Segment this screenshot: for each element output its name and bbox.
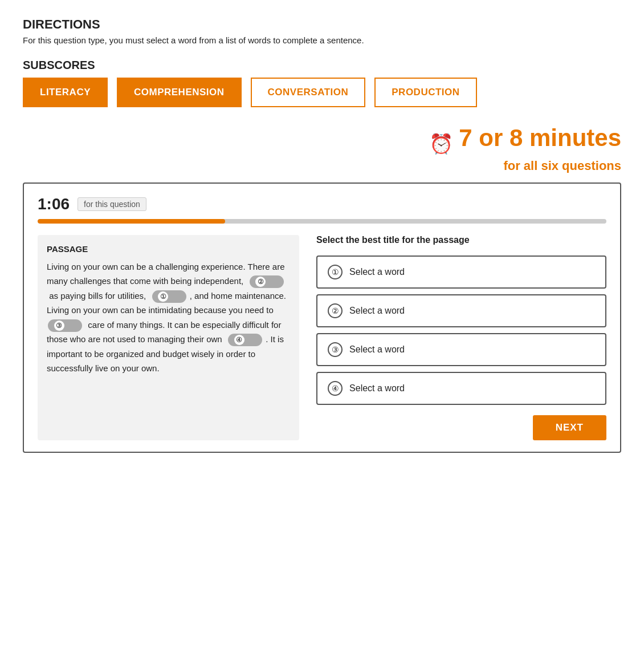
subscore-conversation[interactable]: CONVERSATION — [251, 78, 366, 107]
main-content: PASSAGE Living on your own can be a chal… — [38, 235, 606, 440]
progress-bar-container — [38, 219, 606, 224]
directions-title: DIRECTIONS — [23, 17, 621, 32]
passage-section: PASSAGE Living on your own can be a chal… — [38, 235, 299, 440]
next-button[interactable]: NEXT — [533, 415, 606, 440]
passage-text: Living on your own can be a challenging … — [47, 259, 290, 376]
directions-section: DIRECTIONS For this question type, you m… — [23, 17, 621, 45]
blank-4: ④ — [228, 334, 262, 346]
answer-section-title: Select the best title for the passage — [316, 235, 606, 245]
progress-bar-fill — [38, 219, 225, 224]
option-circle-1: ① — [328, 265, 343, 279]
subscore-literacy[interactable]: LITERACY — [23, 78, 108, 107]
answer-option-3[interactable]: ③ Select a word — [316, 333, 606, 366]
option-circle-4: ④ — [328, 381, 343, 396]
option-circle-2: ② — [328, 303, 343, 318]
question-time: 1:06 — [38, 195, 70, 213]
answer-option-4[interactable]: ④ Select a word — [316, 372, 606, 405]
subscore-production[interactable]: PRODUCTION — [374, 78, 476, 107]
subscores-row: LITERACY COMPREHENSION CONVERSATION PROD… — [23, 78, 621, 107]
passage-label: PASSAGE — [47, 244, 290, 254]
option-label-1: Select a word — [349, 267, 405, 277]
option-label-2: Select a word — [349, 306, 405, 316]
answer-section: Select the best title for the passage ① … — [316, 235, 606, 440]
answer-option-1[interactable]: ① Select a word — [316, 256, 606, 289]
question-timer-row: 1:06 for this question — [38, 195, 606, 213]
blank-2: ② — [250, 275, 284, 288]
subscores-section: SUBSCORES LITERACY COMPREHENSION CONVERS… — [23, 59, 621, 107]
timer-main: 7 or 8 minutes — [459, 124, 621, 151]
question-time-label: for this question — [78, 197, 146, 211]
subscore-comprehension[interactable]: COMPREHENSION — [117, 78, 242, 107]
option-label-4: Select a word — [349, 383, 405, 394]
clock-icon: ⏰ — [429, 133, 453, 155]
blank-3: ③ — [48, 319, 82, 332]
timer-row: ⏰ 7 or 8 minutes — [23, 124, 621, 155]
answer-option-2[interactable]: ② Select a word — [316, 294, 606, 327]
option-circle-3: ③ — [328, 342, 343, 357]
directions-text: For this question type, you must select … — [23, 35, 621, 45]
timer-sub: for all six questions — [23, 159, 621, 173]
blank-1: ① — [152, 290, 186, 303]
subscores-title: SUBSCORES — [23, 59, 621, 72]
question-card: 1:06 for this question PASSAGE Living on… — [23, 183, 621, 453]
option-label-3: Select a word — [349, 344, 405, 355]
